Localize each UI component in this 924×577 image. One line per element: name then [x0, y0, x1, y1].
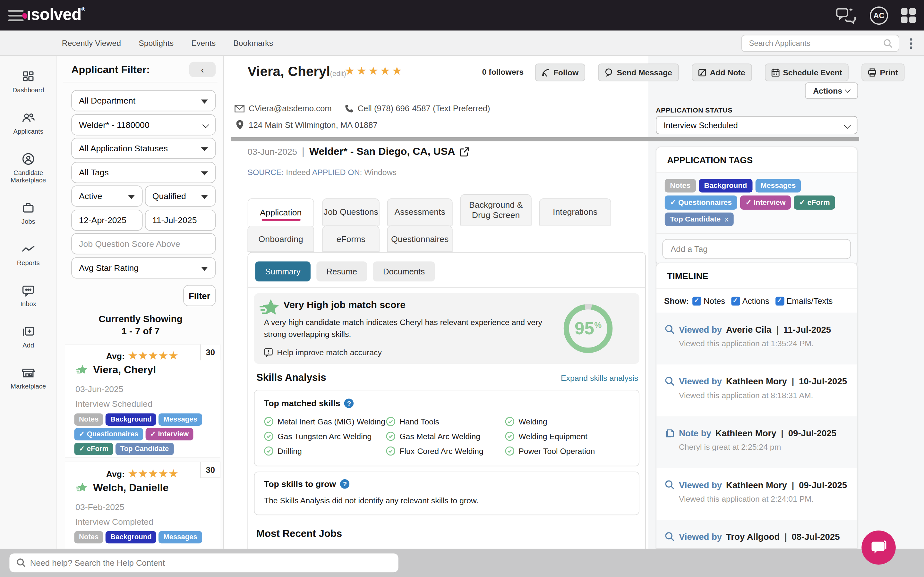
follow-button[interactable]: Follow	[535, 63, 585, 81]
applicant-phone[interactable]: Cell (978) 696-4587 (Text Preferred)	[358, 103, 490, 113]
tag-notes[interactable]: Notes	[665, 179, 696, 192]
date-to-input[interactable]: 11-Jul-2025	[145, 210, 216, 230]
add-tag-input[interactable]	[662, 239, 851, 259]
help-search-input[interactable]: Need help? Search the Help Content	[9, 554, 398, 572]
header-star-rating[interactable]: ★★★★★	[344, 64, 404, 77]
tab-onboarding[interactable]: Onboarding	[247, 226, 314, 252]
tab-eforms[interactable]: eForms	[322, 226, 380, 252]
applicant-name: Viera, Cheryl	[247, 63, 330, 79]
match-score-title: Very High job match score	[283, 299, 405, 310]
subtab-summary[interactable]: Summary	[255, 261, 310, 282]
application-tags-card: APPLICATION TAGS Notes Background Messag…	[656, 147, 857, 266]
skill-item: Welding Equipment	[505, 432, 630, 441]
tab-application[interactable]: Application	[247, 198, 314, 226]
edit-link[interactable]: (edit)	[330, 69, 346, 78]
help-improve-match[interactable]: Help improve match accuracy	[264, 348, 382, 357]
tag-interview[interactable]: ✓ Interview	[740, 195, 791, 210]
remove-tag-icon[interactable]: x	[725, 215, 728, 223]
job-select[interactable]: Welder* - 1180000	[71, 114, 216, 135]
date-from-input[interactable]: 12-Apr-2025	[71, 210, 142, 230]
subtab-resume[interactable]: Resume	[317, 261, 367, 282]
apps-grid-icon[interactable]	[901, 8, 916, 23]
tag-background[interactable]: Background	[699, 179, 752, 192]
star-rating[interactable]: ★★★★★	[128, 467, 179, 480]
show-actions-checkbox[interactable]	[731, 297, 740, 306]
sidebar-item-add[interactable]: Add	[1, 325, 55, 349]
applicant-card[interactable]: 30 Avg:★★★★★ Welch, Danielle 03-Feb-2025…	[65, 462, 220, 549]
nav-bookmarks[interactable]: Bookmarks	[233, 39, 273, 47]
applicants-icon	[21, 111, 35, 124]
nav-spotlights[interactable]: Spotlights	[139, 39, 174, 47]
most-recent-jobs-heading: Most Recent Jobs	[256, 528, 342, 540]
skills-analysis-heading: Skills Analysis	[256, 372, 326, 384]
add-note-button[interactable]: Add Note	[691, 63, 751, 81]
sidebar-item-dashboard[interactable]: Dashboard	[1, 70, 55, 94]
search-icon	[16, 558, 26, 567]
filter-title: Applicant Filter:	[71, 63, 150, 76]
qualified-select[interactable]: Qualified	[145, 185, 216, 207]
job-question-score-input[interactable]: Job Question Score Above	[71, 233, 216, 254]
timeline-card: TIMELINE Show: Notes Actions Emails/Text…	[656, 263, 857, 549]
expand-skills-link[interactable]: Expand skills analysis	[561, 374, 638, 382]
collapse-filter-button[interactable]: ‹	[189, 62, 216, 77]
currently-showing: Currently Showing 1 - 7 of 7	[57, 313, 224, 337]
tag-questionnaires[interactable]: ✓ Questionnaires	[665, 195, 737, 210]
skill-item: Flux-Cored Arc Welding	[386, 446, 505, 456]
sidebar-item-inbox[interactable]: Inbox	[1, 284, 55, 308]
tag-top-candidate[interactable]: Top Candidate x	[665, 213, 734, 226]
tag-messages[interactable]: Messages	[755, 179, 801, 192]
timeline-title: TIMELINE	[656, 263, 857, 289]
sidebar-item-applicants[interactable]: Applicants	[1, 111, 55, 135]
external-link-icon[interactable]	[460, 147, 469, 156]
applicant-card[interactable]: 30 Avg:★★★★★ Viera, Cheryl 03-Jun-2025 I…	[65, 344, 220, 458]
nav-events[interactable]: Events	[191, 39, 216, 47]
tag-interview: ✓ Interview	[145, 428, 194, 440]
chat-widget-button[interactable]	[861, 530, 896, 565]
active-select[interactable]: Active	[71, 185, 142, 207]
sidebar-item-jobs[interactable]: Jobs	[1, 201, 55, 226]
application-status-select[interactable]: Interview Scheduled	[656, 116, 857, 134]
application-status-filter-select[interactable]: All Application Statuses	[71, 138, 216, 159]
search-applicants-input[interactable]	[741, 35, 899, 52]
reports-icon	[21, 243, 35, 255]
applicant-address[interactable]: 124 Main St Wilmington, MA 01887	[249, 120, 378, 129]
nav-recently-viewed[interactable]: Recently Viewed	[62, 39, 121, 47]
menu-icon[interactable]	[8, 10, 24, 21]
tag-messages: Messages	[159, 413, 202, 426]
print-button[interactable]: Print	[861, 63, 905, 81]
subtab-documents[interactable]: Documents	[373, 261, 435, 282]
chat-sparkle-icon[interactable]	[835, 6, 857, 24]
actions-button[interactable]: Actions	[805, 82, 858, 99]
tab-background-drug-screen[interactable]: Background & Drug Screen	[460, 194, 531, 226]
send-message-button[interactable]: Send Message	[598, 63, 678, 81]
tab-job-questions[interactable]: Job Questions	[322, 198, 380, 226]
nav-more-icon[interactable]	[910, 38, 912, 51]
filter-button[interactable]: Filter	[183, 285, 216, 306]
help-icon[interactable]: ?	[340, 479, 349, 488]
isolved-logo[interactable]: ısolved®	[27, 5, 85, 24]
tags-select[interactable]: All Tags	[71, 161, 216, 183]
sidebar-item-marketplace[interactable]: Marketplace	[1, 366, 55, 390]
tab-questionnaires[interactable]: Questionnaires	[387, 226, 453, 252]
department-select[interactable]: All Department	[71, 90, 216, 111]
check-circle-icon	[386, 417, 395, 426]
avatar[interactable]: AC	[870, 6, 888, 24]
marketplace-icon	[21, 366, 35, 379]
help-icon[interactable]: ?	[344, 398, 354, 408]
avg-star-rating-select[interactable]: Avg Star Rating	[71, 257, 216, 278]
note-pencil-icon	[698, 68, 706, 77]
sidebar-item-reports[interactable]: Reports	[1, 243, 55, 267]
sidebar-item-candidate-marketplace[interactable]: Candidate Marketplace	[1, 153, 55, 184]
skill-item: Drilling	[264, 446, 386, 456]
tab-assessments[interactable]: Assessments	[387, 198, 453, 226]
tab-integrations[interactable]: Integrations	[540, 198, 611, 226]
star-rating[interactable]: ★★★★★	[128, 350, 179, 362]
tag-eform[interactable]: ✓ eForm	[794, 195, 835, 210]
applicant-email[interactable]: CViera@atsdemo.com	[249, 103, 332, 113]
show-emails-checkbox[interactable]	[775, 297, 784, 306]
show-notes-checkbox[interactable]	[692, 297, 701, 306]
schedule-event-button[interactable]: Schedule Event	[764, 63, 849, 81]
match-score-description: A very high candidate match indicates Ch…	[264, 317, 547, 340]
tag-messages: Messages	[159, 531, 202, 544]
magnifier-icon	[665, 532, 675, 542]
